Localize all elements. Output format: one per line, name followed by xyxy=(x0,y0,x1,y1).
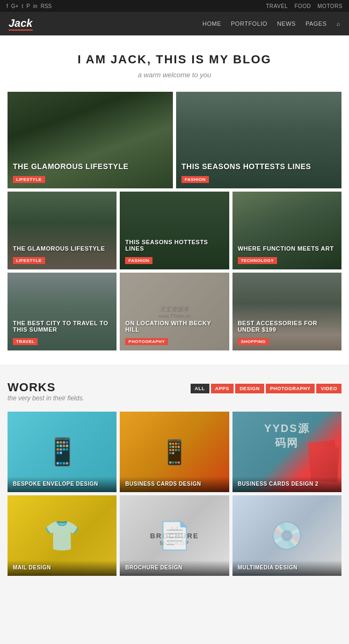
card-title-s5: ON LOCATION WITH BECKY HILL xyxy=(125,320,223,333)
work-overlay-5: BROCHURE DESIGN xyxy=(120,560,229,576)
work-title-5: BROCHURE DESIGN xyxy=(125,565,223,570)
work-overlay-4: MAIL DESIGN xyxy=(8,560,117,576)
work-card-3[interactable]: YYDS源码网 BUSINESS CARDS DESIGN 2 xyxy=(232,412,341,492)
work-overlay-3: BUSINESS CARDS DESIGN 2 xyxy=(232,477,341,492)
card-title-2: THIS SEASONS HOTTESTS LINES xyxy=(181,162,336,171)
works-section: WORKS the very best in their fields. ALL… xyxy=(0,364,349,590)
social-icons: f G+ t P in RSS xyxy=(6,3,52,9)
filter-all[interactable]: ALL xyxy=(191,384,209,393)
hero-section: I AM JACK, THIS IS MY BLOG a warm welcom… xyxy=(0,35,349,92)
nav-portfolio[interactable]: PORTFOLIO xyxy=(231,20,267,27)
blog-card-small-3[interactable]: WHERE FUNCTION MEETS ART TECHNOLOGY xyxy=(232,192,341,269)
facebook-icon[interactable]: f xyxy=(6,3,8,9)
work-card-1[interactable]: BESPOKE ENVELOPE DESIGN xyxy=(8,412,117,492)
nav-news[interactable]: NEWS xyxy=(277,20,296,27)
card-content-s2: THIS SEASONS HOTTESTS LINES FASHION xyxy=(120,235,229,269)
work-title-2: BUSINESS CARDS DESIGN xyxy=(125,481,223,487)
main-nav: HOME PORTFOLIO NEWS PAGES ⌕ xyxy=(202,20,340,27)
work-card-6[interactable]: MULTIMEDIA DESIGN xyxy=(232,495,341,576)
works-header: WORKS the very best in their fields. ALL… xyxy=(8,380,341,402)
work-card-2[interactable]: BUSINESS CARDS DESIGN xyxy=(120,412,229,492)
twitter-icon[interactable]: t xyxy=(21,3,23,9)
hero-title: I AM JACK, THIS IS MY BLOG xyxy=(11,53,338,67)
card-title-s1: THE GLAMOROUS LIFESTYLE xyxy=(13,245,111,252)
food-link[interactable]: FOOD xyxy=(294,3,311,9)
blog-card-small-2[interactable]: THIS SEASONS HOTTESTS LINES FASHION xyxy=(120,192,229,269)
works-title-area: WORKS the very best in their fields. xyxy=(8,380,84,402)
googleplus-icon[interactable]: G+ xyxy=(11,3,19,9)
work-title-3: BUSINESS CARDS DESIGN 2 xyxy=(238,481,336,487)
motors-link[interactable]: MOTORS xyxy=(317,3,343,9)
works-grid-2: MAIL DESIGN A4 BROCHURE MOCKUP BROCHURE … xyxy=(8,495,341,576)
card-content-1: THE GLAMOROUS LIFESTYLE LIFESTYLE xyxy=(8,158,173,188)
card-title-s3: WHERE FUNCTION MEETS ART xyxy=(238,245,336,252)
search-icon[interactable]: ⌕ xyxy=(337,20,341,27)
nav-pages[interactable]: PAGES xyxy=(306,20,327,27)
blog-card-large-2[interactable]: THIS SEASONS HOTTESTS LINES FASHION xyxy=(176,92,341,188)
card-tag-s6: SHOPPING xyxy=(238,338,269,345)
works-title: WORKS xyxy=(8,380,84,394)
work-title-6: MULTIMEDIA DESIGN xyxy=(238,565,336,570)
card-content-s6: BEST ACCESSORIES FOR UNDER $199 SHOPPING xyxy=(232,316,341,350)
card-tag-s5: PHOTOGRAPHY xyxy=(125,338,168,345)
card-tag-s3: TECHNOLOGY xyxy=(238,257,277,264)
card-content-s4: THE BEST CITY TO TRAVEL TO THIS SUMMER T… xyxy=(8,316,117,350)
works-grid-1: BESPOKE ENVELOPE DESIGN BUSINESS CARDS D… xyxy=(8,412,341,492)
rss-icon[interactable]: RSS xyxy=(41,3,52,9)
card-content-s3: WHERE FUNCTION MEETS ART TECHNOLOGY xyxy=(232,241,341,269)
card-title-s6: BEST ACCESSORIES FOR UNDER $199 xyxy=(238,320,336,333)
top-nav-links: TRAVEL FOOD MOTORS xyxy=(266,3,343,9)
filter-apps[interactable]: APPS xyxy=(211,384,234,393)
blog-card-small-1[interactable]: THE GLAMOROUS LIFESTYLE LIFESTYLE xyxy=(8,192,117,269)
logo[interactable]: Jack xyxy=(9,17,33,31)
works-subtitle: the very best in their fields. xyxy=(8,394,84,402)
works-filters: ALL APPS DESIGN PHOTOGRAPHY VIDEO xyxy=(191,384,341,393)
card-tag-1: LIFESTYLE xyxy=(13,176,45,183)
work-title-4: MAIL DESIGN xyxy=(13,565,111,570)
work-card-4[interactable]: MAIL DESIGN xyxy=(8,495,117,576)
pinterest-icon[interactable]: P xyxy=(26,3,30,9)
card-tag-2: FASHION xyxy=(181,176,209,183)
card-content-s5: ON LOCATION WITH BECKY HILL PHOTOGRAPHY xyxy=(120,316,229,350)
filter-photography[interactable]: PHOTOGRAPHY xyxy=(266,384,315,393)
blog-card-large-1[interactable]: THE GLAMOROUS LIFESTYLE LIFESTYLE xyxy=(8,92,173,188)
card-content-s1: THE GLAMOROUS LIFESTYLE LIFESTYLE xyxy=(8,241,117,269)
blog-grid-small-2: THE BEST CITY TO TRAVEL TO THIS SUMMER T… xyxy=(8,273,341,350)
card-title-1: THE GLAMOROUS LIFESTYLE xyxy=(13,162,168,171)
work-title-1: BESPOKE ENVELOPE DESIGN xyxy=(13,481,111,487)
card-tag-s2: FASHION xyxy=(125,257,152,264)
card-title-s4: THE BEST CITY TO TRAVEL TO THIS SUMMER xyxy=(13,320,111,333)
work-overlay-6: MULTIMEDIA DESIGN xyxy=(232,560,341,576)
work-overlay-2: BUSINESS CARDS DESIGN xyxy=(120,477,229,492)
linkedin-icon[interactable]: in xyxy=(33,3,38,9)
travel-link[interactable]: TRAVEL xyxy=(266,3,288,9)
blog-card-small-4[interactable]: THE BEST CITY TO TRAVEL TO THIS SUMMER T… xyxy=(8,273,117,350)
blog-grid-small-1: THE GLAMOROUS LIFESTYLE LIFESTYLE THIS S… xyxy=(8,192,341,269)
work-card-5[interactable]: A4 BROCHURE MOCKUP BROCHURE DESIGN xyxy=(120,495,229,576)
filter-design[interactable]: DESIGN xyxy=(235,384,264,393)
hero-subtitle: a warm welcome to you xyxy=(11,71,338,79)
blog-grid-large: THE GLAMOROUS LIFESTYLE LIFESTYLE THIS S… xyxy=(8,92,341,188)
work-overlay-1: BESPOKE ENVELOPE DESIGN xyxy=(8,477,117,492)
blog-card-small-5[interactable]: 天宝资源库 www.TTown.cn ON LOCATION WITH BECK… xyxy=(120,273,229,350)
top-bar: f G+ t P in RSS TRAVEL FOOD MOTORS xyxy=(0,0,349,12)
blog-section: THE GLAMOROUS LIFESTYLE LIFESTYLE THIS S… xyxy=(0,92,349,364)
card-tag-s4: TRAVEL xyxy=(13,338,38,345)
header: Jack HOME PORTFOLIO NEWS PAGES ⌕ xyxy=(0,12,349,35)
blog-card-small-6[interactable]: BEST ACCESSORIES FOR UNDER $199 SHOPPING xyxy=(232,273,341,350)
card-tag-s1: LIFESTYLE xyxy=(13,257,45,264)
nav-home[interactable]: HOME xyxy=(202,20,221,27)
filter-video[interactable]: VIDEO xyxy=(316,384,341,393)
card-content-2: THIS SEASONS HOTTESTS LINES FASHION xyxy=(176,158,341,188)
card-title-s2: THIS SEASONS HOTTESTS LINES xyxy=(125,239,223,252)
